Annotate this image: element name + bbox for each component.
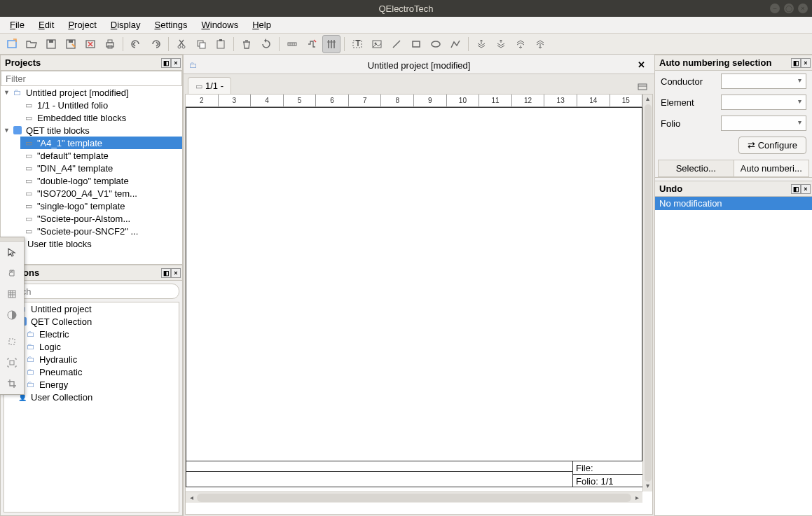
- menu-project[interactable]: Project: [62, 18, 102, 32]
- ellipse-icon[interactable]: [427, 35, 445, 53]
- conductor-reset-icon[interactable]: [303, 35, 321, 53]
- depth-front-icon[interactable]: [472, 35, 490, 53]
- folio-label: Folio: [661, 118, 717, 129]
- panel-close-button[interactable]: ×: [801, 58, 811, 68]
- auto-numbering-title: Auto numbering selection: [659, 57, 771, 68]
- template-sncf2[interactable]: "Societe-pour-SNCF2" ...: [20, 225, 182, 237]
- close-button[interactable]: ×: [798, 4, 808, 13]
- category-energy[interactable]: ▸Energy: [14, 378, 179, 391]
- menu-display[interactable]: Display: [105, 18, 146, 32]
- tab-selection[interactable]: Selectio...: [659, 160, 734, 176]
- template-a4-1[interactable]: "A4_1" template: [20, 137, 182, 149]
- menubar: File Edit Project Display Settings Windo…: [0, 17, 812, 34]
- menu-file[interactable]: File: [4, 18, 30, 32]
- embedded-blocks[interactable]: Embedded title blocks: [20, 111, 182, 124]
- polyline-icon[interactable]: [446, 35, 465, 53]
- panel-close-button[interactable]: ×: [171, 268, 181, 278]
- template-single-logo[interactable]: "single-logo" template: [20, 200, 182, 212]
- menu-windows[interactable]: Windows: [195, 18, 244, 32]
- conductor-combo[interactable]: [721, 74, 806, 89]
- project-root[interactable]: ▼Untitled project [modified]: [1, 86, 182, 99]
- delete-icon[interactable]: [238, 35, 256, 53]
- save-icon[interactable]: [42, 35, 60, 53]
- folio-item[interactable]: 1/1 - Untitled folio: [20, 99, 182, 111]
- close-project-icon[interactable]: [81, 35, 99, 53]
- maximize-button[interactable]: ◯: [784, 4, 794, 13]
- template-alstom[interactable]: "Societe-pour-Alstom...: [20, 212, 182, 225]
- redo-icon[interactable]: [146, 35, 165, 53]
- template-iso7200[interactable]: "ISO7200_A4_V1" tem...: [20, 187, 182, 200]
- category-pneumatic[interactable]: ▸Pneumatic: [14, 365, 179, 378]
- pan-mode-icon[interactable]: [0, 263, 24, 284]
- user-collection[interactable]: User Collection: [14, 391, 179, 403]
- rotate-icon[interactable]: [257, 35, 275, 53]
- svg-line-27: [393, 41, 400, 48]
- panel-undock-button[interactable]: ◧: [161, 268, 171, 278]
- qet-collection[interactable]: QET Collection: [14, 315, 179, 328]
- paste-icon[interactable]: [212, 35, 230, 53]
- qet-title-blocks[interactable]: ▼QET title blocks: [1, 124, 182, 137]
- projects-filter-input[interactable]: [1, 71, 182, 86]
- bg-color-icon[interactable]: [0, 305, 24, 326]
- line-icon[interactable]: [387, 35, 406, 53]
- print-icon[interactable]: [101, 35, 119, 53]
- text-icon[interactable]: T: [348, 35, 366, 53]
- undo-icon[interactable]: [127, 35, 145, 53]
- svg-rect-28: [413, 41, 420, 47]
- panel-close-button[interactable]: ×: [171, 58, 181, 68]
- tab-auto-numbering[interactable]: Auto numberi...: [734, 160, 809, 176]
- zoom-fit-icon[interactable]: [0, 352, 24, 373]
- folio-props-button[interactable]: [635, 80, 650, 94]
- user-title-blocks[interactable]: User title blocks: [11, 237, 182, 250]
- svg-point-9: [178, 46, 181, 48]
- category-hydraulic[interactable]: ▸Hydraulic: [14, 353, 179, 365]
- menu-help[interactable]: Help: [247, 18, 277, 32]
- folio-tab[interactable]: 1/1 -: [188, 77, 231, 94]
- depth-back-icon[interactable]: [531, 35, 549, 53]
- cut-icon[interactable]: [172, 35, 191, 53]
- configure-button[interactable]: ⇄ Configure: [738, 137, 806, 154]
- menu-settings[interactable]: Settings: [149, 18, 193, 32]
- panel-undock-button[interactable]: ◧: [161, 58, 171, 68]
- close-document-button[interactable]: ✕: [638, 60, 649, 71]
- menu-edit[interactable]: Edit: [33, 18, 60, 32]
- collection-project[interactable]: Untitled project: [14, 302, 179, 315]
- rectangle-icon[interactable]: [407, 35, 425, 53]
- open-icon[interactable]: [22, 35, 41, 53]
- mode-toolbar[interactable]: [0, 237, 25, 395]
- svg-rect-36: [9, 339, 15, 344]
- minimize-button[interactable]: –: [770, 4, 780, 13]
- new-project-icon[interactable]: [3, 35, 21, 53]
- folder-icon: [25, 354, 36, 364]
- folio-combo[interactable]: [721, 116, 806, 131]
- panel-close-button[interactable]: ×: [801, 184, 811, 194]
- category-logic[interactable]: ▸Logic: [14, 340, 179, 353]
- drawing-canvas[interactable]: 2 3 4 5 6 7 8 9 10 11 12 13 14 15 File: …: [185, 94, 653, 515]
- page-icon: [23, 176, 34, 186]
- horizontal-scrollbar[interactable]: ◂▸: [186, 491, 642, 503]
- collections-search-input[interactable]: [4, 284, 179, 299]
- depth-raise-icon[interactable]: [492, 35, 510, 53]
- save-as-icon[interactable]: [62, 35, 80, 53]
- selection-rect-icon[interactable]: [0, 331, 24, 352]
- template-default[interactable]: "default" template: [20, 149, 182, 162]
- element-combo[interactable]: [721, 95, 806, 110]
- vertical-scrollbar[interactable]: ▴▾: [642, 95, 652, 491]
- template-din-a4[interactable]: "DIN_A4" template: [20, 162, 182, 174]
- crop-icon[interactable]: [0, 373, 24, 394]
- undo-entry[interactable]: No modification: [655, 197, 812, 210]
- template-double-logo[interactable]: "double-logo" template: [20, 174, 182, 187]
- multiconductor-icon[interactable]: [283, 35, 301, 53]
- category-electric[interactable]: ▸Electric: [14, 328, 179, 340]
- auto-conductor-icon[interactable]: [322, 35, 340, 53]
- image-icon[interactable]: [368, 35, 386, 53]
- select-mode-icon[interactable]: [0, 242, 24, 263]
- depth-lower-icon[interactable]: [511, 35, 530, 53]
- panel-undock-button[interactable]: ◧: [791, 58, 801, 68]
- copy-icon[interactable]: [192, 35, 210, 53]
- svg-rect-12: [200, 43, 205, 48]
- grid-mode-icon[interactable]: [0, 284, 24, 305]
- project-folder-icon[interactable]: [186, 58, 200, 72]
- qet-icon: [12, 125, 23, 135]
- panel-undock-button[interactable]: ◧: [791, 184, 801, 194]
